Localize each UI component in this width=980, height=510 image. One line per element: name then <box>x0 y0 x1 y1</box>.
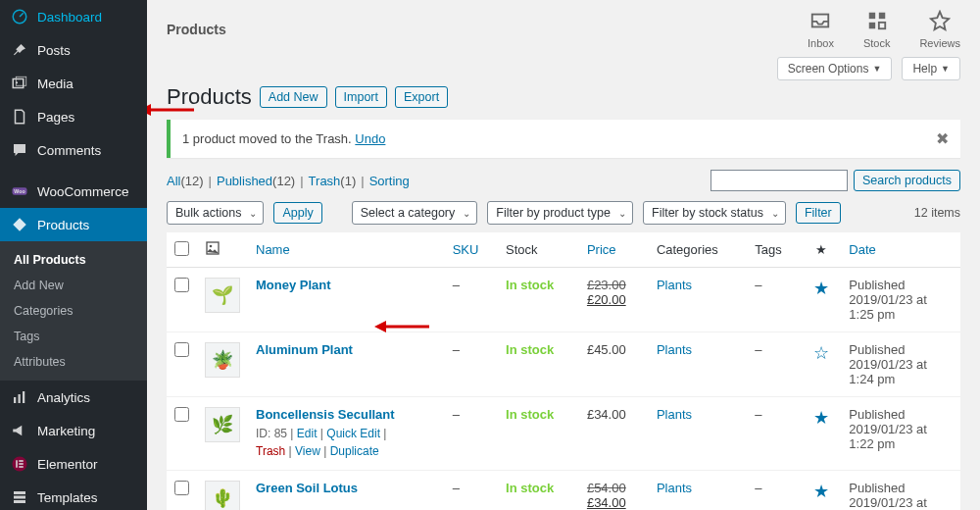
filter-by-stock-select[interactable]: Filter by stock status⌄ <box>643 201 786 225</box>
search-products-button[interactable]: Search products <box>854 170 960 191</box>
cell-price: £45.00 <box>587 342 626 357</box>
sidebar-item-media[interactable]: Media <box>0 67 147 100</box>
select-all-checkbox[interactable] <box>174 241 189 256</box>
cell-category-link[interactable]: Plants <box>657 407 692 422</box>
megaphone-icon <box>10 422 29 439</box>
sidebar-item-label: Elementor <box>37 457 98 472</box>
top-icon-reviews[interactable]: Reviews <box>919 10 960 49</box>
filter-link-trash[interactable]: Trash <box>309 174 341 188</box>
select-category-select[interactable]: Select a category⌄ <box>352 201 478 225</box>
top-icon-inbox[interactable]: Inbox <box>808 10 834 49</box>
import-button[interactable]: Import <box>335 86 387 108</box>
row-checkbox[interactable] <box>174 342 189 357</box>
sidebar-item-label: Analytics <box>37 390 90 405</box>
row-checkbox[interactable] <box>174 407 189 422</box>
row-action-duplicate[interactable]: Duplicate <box>330 444 379 458</box>
dashboard-icon <box>10 8 29 26</box>
featured-star-icon[interactable]: ★ <box>813 482 829 501</box>
sidebar-item-templates[interactable]: Templates <box>0 481 147 510</box>
sidebar-sub-add-new[interactable]: Add New <box>0 273 147 298</box>
featured-star-icon[interactable]: ★ <box>813 279 829 298</box>
search-products-input[interactable] <box>710 170 848 191</box>
sidebar-sub-categories[interactable]: Categories <box>0 298 147 324</box>
top-icon-stock[interactable]: Stock <box>863 10 891 49</box>
chevron-down-icon: ▼ <box>941 64 950 74</box>
col-stock: Stock <box>498 232 579 268</box>
cell-category-link[interactable]: Plants <box>657 481 692 495</box>
cell-sku: – <box>445 332 498 397</box>
comment-icon <box>10 141 29 159</box>
undo-link[interactable]: Undo <box>355 131 385 146</box>
sidebar-item-label: Marketing <box>37 424 95 438</box>
svg-point-27 <box>210 245 213 248</box>
sidebar-sub-attributes[interactable]: Attributes <box>0 349 147 375</box>
bulk-actions-select[interactable]: Bulk actions⌄ <box>167 201 264 225</box>
sidebar-item-comments[interactable]: Comments <box>0 133 147 167</box>
notice-trash: 1 product moved to the Trash. Undo ✖ <box>167 120 960 158</box>
chevron-down-icon: ⌄ <box>618 208 626 219</box>
col-date[interactable]: Date <box>841 232 960 268</box>
table-row: 🌱 Money Plant – In stock £23.00£20.00 Pl… <box>167 268 960 332</box>
cell-date-l3: 1:24 pm <box>849 372 895 386</box>
product-name-link[interactable]: Money Plant <box>256 278 331 292</box>
product-name-link[interactable]: Boncellensis Secullant <box>256 407 395 422</box>
filter-by-type-select[interactable]: Filter by product type⌄ <box>487 201 633 225</box>
filter-link-published[interactable]: Published <box>217 174 272 188</box>
add-new-button[interactable]: Add New <box>260 86 327 108</box>
table-row: 🌿 Boncellensis Secullant ID: 85 | Edit |… <box>167 397 960 471</box>
svg-rect-3 <box>16 76 26 85</box>
main-content: Products Inbox Stock Reviews Screen Opti… <box>147 0 980 510</box>
svg-rect-10 <box>16 460 18 468</box>
cell-date-l2: 2019/01/23 at <box>849 422 927 436</box>
sidebar-item-posts[interactable]: Posts <box>0 33 147 67</box>
products-table: Name SKU Stock Price Categories Tags ★ D… <box>167 232 960 510</box>
cell-category-link[interactable]: Plants <box>657 278 692 292</box>
row-action-trash[interactable]: Trash <box>256 444 285 458</box>
row-checkbox[interactable] <box>174 481 189 495</box>
sidebar-item-marketing[interactable]: Marketing <box>0 414 147 447</box>
dismiss-notice-icon[interactable]: ✖ <box>936 129 949 148</box>
col-sku[interactable]: SKU <box>445 232 498 268</box>
chevron-down-icon: ⌄ <box>771 208 779 219</box>
col-name[interactable]: Name <box>248 232 445 268</box>
col-thumb-icon <box>197 232 248 268</box>
screen-options-button[interactable]: Screen Options▼ <box>777 57 893 80</box>
sidebar-item-pages[interactable]: Pages <box>0 100 147 133</box>
product-name-link[interactable]: Green Soil Lotus <box>256 481 358 495</box>
star-icon <box>919 10 960 35</box>
sidebar-item-products[interactable]: Products <box>0 208 147 241</box>
sidebar-item-label: Comments <box>37 143 101 158</box>
woo-icon: Woo <box>10 182 29 200</box>
cell-date-l2: 2019/01/23 at <box>849 495 927 510</box>
export-button[interactable]: Export <box>395 86 448 108</box>
row-action-quick-edit[interactable]: Quick Edit <box>326 427 380 440</box>
sidebar-item-dashboard[interactable]: Dashboard <box>0 0 147 33</box>
row-checkbox[interactable] <box>174 278 189 292</box>
cell-category-link[interactable]: Plants <box>657 342 692 357</box>
filter-link-all[interactable]: All <box>167 174 180 188</box>
product-name-link[interactable]: Aluminum Plant <box>256 342 353 357</box>
filter-button[interactable]: Filter <box>796 202 841 224</box>
sidebar-sub-all-products[interactable]: All Products <box>0 247 147 273</box>
help-button[interactable]: Help▼ <box>902 57 960 80</box>
sidebar-sub-tags[interactable]: Tags <box>0 324 147 349</box>
cell-date-l1: Published <box>849 481 905 495</box>
pin-icon <box>10 41 29 59</box>
product-thumb: 🌿 <box>205 407 240 442</box>
cell-tags: – <box>747 397 801 471</box>
filter-link-sorting[interactable]: Sorting <box>369 174 410 188</box>
sidebar-item-elementor[interactable]: Elementor <box>0 447 147 481</box>
cell-stock: In stock <box>506 407 554 422</box>
apply-button[interactable]: Apply <box>273 202 321 224</box>
sidebar-item-analytics[interactable]: Analytics <box>0 381 147 414</box>
featured-star-icon[interactable]: ★ <box>813 408 829 428</box>
sidebar-item-label: WooCommerce <box>37 184 129 199</box>
featured-star-icon[interactable]: ☆ <box>813 343 829 363</box>
sidebar-item-woocommerce[interactable]: Woo WooCommerce <box>0 175 147 208</box>
col-price[interactable]: Price <box>579 232 649 268</box>
svg-rect-23 <box>878 13 884 19</box>
row-action-view[interactable]: View <box>295 444 320 458</box>
row-action-edit[interactable]: Edit <box>297 427 318 440</box>
svg-marker-20 <box>374 321 386 332</box>
cell-sku: – <box>445 268 498 332</box>
